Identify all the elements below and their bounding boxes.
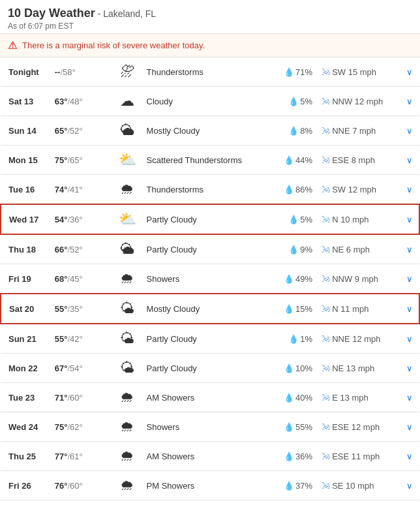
table-row: Mon 15 75°/65° ⛅ Scattered Thunderstorms… <box>1 146 419 175</box>
temperature: 76°/60° <box>51 471 112 500</box>
temperature: 68°/45° <box>51 264 112 294</box>
temperature: 74°/41° <box>51 175 112 205</box>
table-row: Tue 23 71°/60° 🌧 AM Showers 💧40% 🌬E 13 m… <box>1 383 419 412</box>
weather-description: Partly Cloudy <box>143 234 268 264</box>
expand-button[interactable]: ∨ <box>400 87 419 116</box>
table-row: Sat 13 63°/48° ☁ Cloudy 💧5% 🌬NNW 12 mph … <box>1 87 419 116</box>
expand-button[interactable]: ∨ <box>400 354 419 383</box>
table-row: Fri 19 68°/45° 🌧 Showers 💧49% 🌬NNW 9 mph… <box>1 264 419 294</box>
table-row: Fri 26 76°/60° 🌧 PM Showers 💧37% 🌬SE 10 … <box>1 471 419 500</box>
precipitation: 💧5% <box>268 204 317 234</box>
temperature: 67°/54° <box>51 354 112 383</box>
alert-bar: ⚠ There is a marginal risk of severe wea… <box>0 33 420 57</box>
alert-text: There is a marginal risk of severe weath… <box>22 40 205 50</box>
weather-icon: ⛅ <box>112 146 143 175</box>
day-label: Mon 15 <box>1 146 51 175</box>
weather-icon: ⛅ <box>112 204 143 234</box>
day-label: Sat 13 <box>1 87 51 116</box>
weather-description: Mostly Cloudy <box>143 116 268 146</box>
wind-speed: 🌬NNE 7 mph <box>316 116 400 146</box>
expand-button[interactable]: ∨ <box>400 471 419 500</box>
expand-button[interactable]: ∨ <box>400 234 419 264</box>
wind-speed: 🌬NNW 12 mph <box>316 87 400 116</box>
expand-button[interactable]: ∨ <box>400 442 419 471</box>
day-label: Fri 19 <box>1 264 51 294</box>
wind-speed: 🌬ESE 12 mph <box>316 412 400 442</box>
wind-speed: 🌬NNE 12 mph <box>316 324 400 354</box>
day-label: Wed 17 <box>1 204 51 234</box>
table-row: Mon 22 67°/54° 🌤 Partly Cloudy 💧10% 🌬NE … <box>1 354 419 383</box>
expand-button[interactable]: ∨ <box>400 204 419 234</box>
temperature: 75°/62° <box>51 412 112 442</box>
temperature: 71°/60° <box>51 383 112 412</box>
wind-speed: 🌬NNW 9 mph <box>316 264 400 294</box>
weather-icon: 🌤 <box>112 324 143 354</box>
weather-icon: 🌤 <box>112 294 143 324</box>
weather-description: Partly Cloudy <box>143 324 268 354</box>
day-label: Tue 16 <box>1 175 51 205</box>
day-label: Thu 18 <box>1 234 51 264</box>
weather-description: Mostly Cloudy <box>143 294 268 324</box>
wind-speed: 🌬SE 10 mph <box>316 471 400 500</box>
weather-description: Scattered Thunderstorms <box>143 146 268 175</box>
weather-description: AM Showers <box>143 442 268 471</box>
expand-button[interactable]: ∨ <box>400 57 419 87</box>
weather-description: Showers <box>143 264 268 294</box>
wind-speed: 🌬ESE 8 mph <box>316 146 400 175</box>
expand-button[interactable]: ∨ <box>400 264 419 294</box>
expand-button[interactable]: ∨ <box>400 116 419 146</box>
temperature: 54°/36° <box>51 204 112 234</box>
precipitation: 💧5% <box>268 87 317 116</box>
precipitation: 💧8% <box>268 116 317 146</box>
weather-description: Thunderstorms <box>143 57 268 87</box>
expand-button[interactable]: ∨ <box>400 324 419 354</box>
temperature: 66°/52° <box>51 234 112 264</box>
temperature: 55°/42° <box>51 324 112 354</box>
precipitation: 💧49% <box>268 264 317 294</box>
weather-icon: 🌤 <box>112 354 143 383</box>
precipitation: 💧36% <box>268 442 317 471</box>
location: - Lakeland, FL <box>98 8 157 19</box>
weather-icon: 🌥 <box>112 116 143 146</box>
day-label: Tue 23 <box>1 383 51 412</box>
precipitation: 💧37% <box>268 471 317 500</box>
expand-button[interactable]: ∨ <box>400 383 419 412</box>
temperature: 77°/61° <box>51 442 112 471</box>
wind-speed: 🌬SW 12 mph <box>316 175 400 205</box>
wind-speed: 🌬ESE 11 mph <box>316 442 400 471</box>
table-row: Thu 25 77°/61° 🌧 AM Showers 💧36% 🌬ESE 11… <box>1 442 419 471</box>
precipitation: 💧55% <box>268 412 317 442</box>
weather-icon: 🌥 <box>112 234 143 264</box>
weather-icon: 🌧 <box>112 175 143 205</box>
day-label: Fri 26 <box>1 471 51 500</box>
wind-speed: 🌬NE 6 mph <box>316 234 400 264</box>
table-row: Sun 21 55°/42° 🌤 Partly Cloudy 💧1% 🌬NNE … <box>1 324 419 354</box>
table-row: Tonight --/58° ⛈ Thunderstorms 💧71% 🌬SW … <box>1 57 419 87</box>
wind-speed: 🌬SW 15 mph <box>316 57 400 87</box>
table-row: Thu 18 66°/52° 🌥 Partly Cloudy 💧9% 🌬NE 6… <box>1 234 419 264</box>
temperature: 63°/48° <box>51 87 112 116</box>
day-label: Wed 24 <box>1 412 51 442</box>
temperature: 65°/52° <box>51 116 112 146</box>
expand-button[interactable]: ∨ <box>400 175 419 205</box>
weather-description: Showers <box>143 412 268 442</box>
weather-icon: ⛈ <box>112 57 143 87</box>
precipitation: 💧71% <box>268 57 317 87</box>
expand-button[interactable]: ∨ <box>400 146 419 175</box>
alert-icon: ⚠ <box>8 39 17 52</box>
expand-button[interactable]: ∨ <box>400 294 419 324</box>
day-label: Tonight <box>1 57 51 87</box>
table-row: Wed 17 54°/36° ⛅ Partly Cloudy 💧5% 🌬N 10… <box>1 204 419 234</box>
expand-button[interactable]: ∨ <box>400 412 419 442</box>
table-row: Tue 16 74°/41° 🌧 Thunderstorms 💧86% 🌬SW … <box>1 175 419 205</box>
day-label: Mon 22 <box>1 354 51 383</box>
weather-icon: ☁ <box>112 87 143 116</box>
precipitation: 💧86% <box>268 175 317 205</box>
weather-description: Partly Cloudy <box>143 354 268 383</box>
day-label: Sun 21 <box>1 324 51 354</box>
temperature: --/58° <box>51 57 112 87</box>
weather-icon: 🌧 <box>112 471 143 500</box>
table-row: Sat 20 55°/35° 🌤 Mostly Cloudy 💧15% 🌬N 1… <box>1 294 419 324</box>
day-label: Thu 25 <box>1 442 51 471</box>
precipitation: 💧1% <box>268 324 317 354</box>
